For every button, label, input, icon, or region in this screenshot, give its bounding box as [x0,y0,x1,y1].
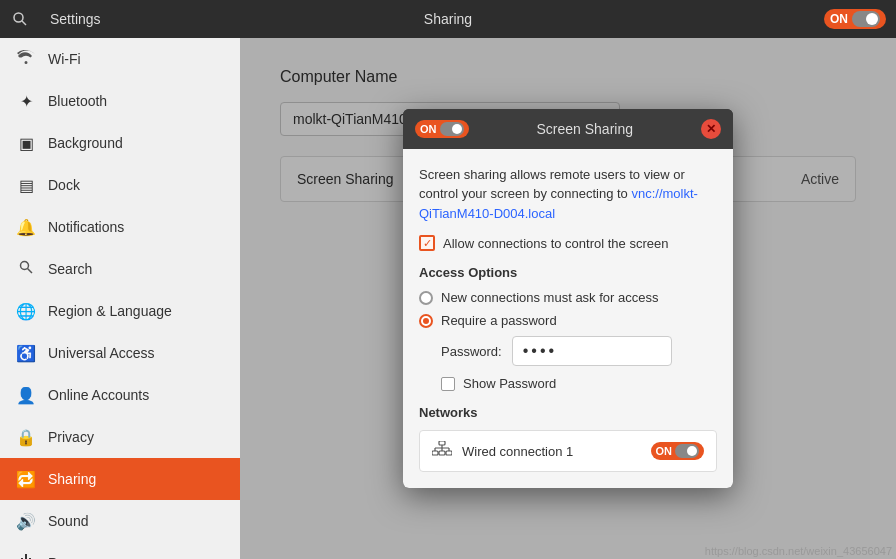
dialog-close-button[interactable]: ✕ [701,119,721,139]
sharing-toggle[interactable]: ON [824,9,886,29]
network-toggle-knob [675,444,699,458]
svg-line-3 [28,269,33,274]
sharing-icon: 🔁 [16,470,36,489]
sidebar-item-search[interactable]: Search [0,248,240,290]
bluetooth-icon: ✦ [16,92,36,111]
power-icon: ⏻ [16,554,36,559]
sidebar-item-label: Background [48,135,123,151]
password-label: Password: [441,344,502,359]
sidebar-item-sharing[interactable]: 🔁 Sharing [0,458,240,500]
dialog-toggle-knob [440,122,464,136]
show-password-row: Show Password [441,376,717,391]
sidebar-item-label: Online Accounts [48,387,149,403]
sidebar-item-notifications[interactable]: 🔔 Notifications [0,206,240,248]
sidebar-item-region[interactable]: 🌐 Region & Language [0,290,240,332]
dock-icon: ▤ [16,176,36,195]
universal-icon: ♿ [16,344,36,363]
sidebar-item-label: Notifications [48,219,124,235]
sidebar-item-universal[interactable]: ♿ Universal Access [0,332,240,374]
svg-line-1 [22,21,26,25]
svg-rect-5 [432,451,438,455]
sidebar-item-label: Search [48,261,92,277]
svg-point-0 [14,13,23,22]
page-title: Sharing [424,11,472,27]
dialog-toggle[interactable]: ON [415,120,469,138]
require-password-row[interactable]: Require a password [419,313,717,328]
sidebar-item-label: Region & Language [48,303,172,319]
toggle-on-label: ON [830,12,848,26]
show-password-label: Show Password [463,376,556,391]
sidebar-item-bluetooth[interactable]: ✦ Bluetooth [0,80,240,122]
new-connections-label: New connections must ask for access [441,290,658,305]
sidebar-item-dock[interactable]: ▤ Dock [0,164,240,206]
content-area: Computer Name Screen Sharing Active ON S… [240,38,896,559]
wifi-icon [16,50,36,68]
password-input[interactable] [512,336,672,366]
sidebar-item-label: Wi-Fi [48,51,81,67]
allow-control-label: Allow connections to control the screen [443,236,668,251]
sidebar-item-label: Privacy [48,429,94,445]
sidebar-item-label: Power [48,555,88,559]
toggle-knob [852,11,880,27]
sidebar-item-label: Bluetooth [48,93,107,109]
networks-title: Networks [419,405,717,420]
network-left: Wired connection 1 [432,441,573,461]
access-options-title: Access Options [419,265,717,280]
svg-rect-6 [439,451,445,455]
require-password-radio[interactable] [419,314,433,328]
dialog-body: Screen sharing allows remote users to vi… [403,149,733,489]
sidebar-item-background[interactable]: ▣ Background [0,122,240,164]
svg-rect-4 [439,441,445,445]
dialog-toggle-label: ON [420,123,437,135]
network-row: Wired connection 1 ON [419,430,717,472]
show-password-checkbox[interactable] [441,377,455,391]
svg-rect-7 [446,451,452,455]
checkbox-check-icon: ✓ [423,237,432,250]
region-icon: 🌐 [16,302,36,321]
online-accounts-icon: 👤 [16,386,36,405]
search-icon[interactable] [0,0,40,38]
allow-control-checkbox[interactable]: ✓ [419,235,435,251]
privacy-icon: 🔒 [16,428,36,447]
sidebar-item-sound[interactable]: 🔊 Sound [0,500,240,542]
close-icon: ✕ [706,122,716,136]
sidebar-item-wifi[interactable]: Wi-Fi [0,38,240,80]
new-connections-row[interactable]: New connections must ask for access [419,290,717,305]
network-toggle[interactable]: ON [651,442,705,460]
sidebar-item-label: Sharing [48,471,96,487]
dialog-title: Screen Sharing [477,121,694,137]
sidebar-item-power[interactable]: ⏻ Power [0,542,240,559]
notifications-icon: 🔔 [16,218,36,237]
sidebar-item-online-accounts[interactable]: 👤 Online Accounts [0,374,240,416]
network-toggle-label: ON [656,445,673,457]
sidebar-item-label: Universal Access [48,345,155,361]
sidebar-item-privacy[interactable]: 🔒 Privacy [0,416,240,458]
titlebar: Settings Sharing ON [0,0,896,38]
screen-sharing-dialog: ON Screen Sharing ✕ Screen sharing allow… [403,109,733,489]
sidebar: Wi-Fi ✦ Bluetooth ▣ Background ▤ Dock 🔔 … [0,38,240,559]
search-sidebar-icon [16,260,36,278]
sidebar-item-label: Sound [48,513,88,529]
watermark: https://blog.csdn.net/weixin_43656047 [705,545,892,557]
allow-control-row: ✓ Allow connections to control the scree… [419,235,717,251]
main-container: Wi-Fi ✦ Bluetooth ▣ Background ▤ Dock 🔔 … [0,38,896,559]
svg-point-2 [21,262,29,270]
password-row: Password: [441,336,717,366]
dialog-description: Screen sharing allows remote users to vi… [419,165,717,224]
new-connections-radio[interactable] [419,291,433,305]
sidebar-item-label: Dock [48,177,80,193]
network-name: Wired connection 1 [462,444,573,459]
dialog-overlay: ON Screen Sharing ✕ Screen sharing allow… [240,38,896,559]
sound-icon: 🔊 [16,512,36,531]
require-password-label: Require a password [441,313,557,328]
dialog-titlebar: ON Screen Sharing ✕ [403,109,733,149]
background-icon: ▣ [16,134,36,153]
network-wired-icon [432,441,452,461]
